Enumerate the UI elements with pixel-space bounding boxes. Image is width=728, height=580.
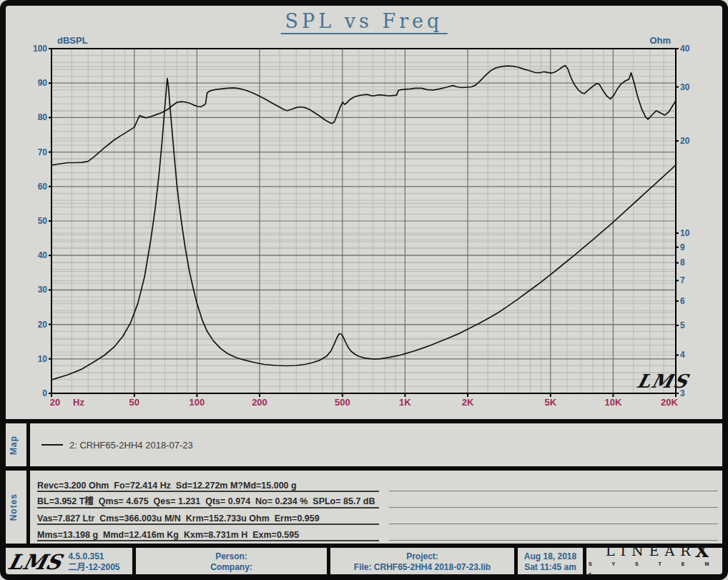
x-tick-label: 100 bbox=[190, 397, 205, 408]
lms-window: SPL vs Freq 20501002005001K2K5K10K20KHz0… bbox=[0, 0, 728, 580]
x-tick-label: 200 bbox=[252, 397, 267, 408]
left-tick-label: 10 bbox=[38, 354, 48, 364]
notes-panel: Notes Revc=3.200 Ohm Fo=72.414 Hz Sd=12.… bbox=[0, 466, 728, 544]
notes-body: Revc=3.200 Ohm Fo=72.414 Hz Sd=12.272m M… bbox=[30, 471, 728, 544]
date-text: Aug 18, 2018 bbox=[524, 551, 576, 562]
legend-item[interactable]: 2: CRHF65-2HH4 2018-07-23 bbox=[69, 440, 193, 451]
app-version-cell: LMS 4.5.0.351 二月-12-2005 bbox=[0, 548, 136, 580]
company-label: Company: bbox=[210, 562, 252, 573]
x-tick-label: 5K bbox=[544, 397, 556, 408]
notes-tab[interactable]: Notes bbox=[0, 471, 30, 544]
right-tick-label: 10 bbox=[680, 228, 690, 238]
x-tick-label: 10K bbox=[604, 397, 621, 408]
x-tick-label: 500 bbox=[335, 397, 350, 408]
notes-rule bbox=[389, 507, 718, 508]
chart-title: SPL vs Freq bbox=[281, 10, 448, 34]
right-tick-label: 20 bbox=[680, 136, 690, 146]
map-tab[interactable]: Map bbox=[0, 423, 30, 466]
right-tick-label: 5 bbox=[680, 320, 685, 330]
left-tick-label: 70 bbox=[38, 147, 48, 157]
notes-rule bbox=[389, 491, 718, 491]
left-tick-label: 0 bbox=[42, 388, 47, 398]
right-tick-label: 9 bbox=[680, 242, 685, 252]
left-tick-label: 40 bbox=[38, 250, 48, 260]
map-tab-label: Map bbox=[9, 436, 19, 455]
curve-impedance bbox=[51, 79, 676, 380]
left-tick-label: 80 bbox=[38, 112, 48, 122]
notes-line: Vas=7.827 Ltr Cms=366.003u M/N Krm=152.7… bbox=[37, 508, 718, 525]
notes-line: Revc=3.200 Ohm Fo=72.414 Hz Sd=12.272m M… bbox=[37, 476, 718, 492]
linearx-logo: LINEARX S Y S T E M S bbox=[586, 548, 728, 580]
right-tick-label: 4 bbox=[680, 350, 685, 360]
map-legend: 2: CRHF65-2HH4 2018-07-23 bbox=[30, 423, 728, 466]
person-company-cell: Person: Company: bbox=[136, 548, 330, 580]
curve-spl bbox=[51, 66, 676, 165]
linearx-wordmark: LINEAR bbox=[606, 544, 697, 558]
left-axis-unit: dBSPL bbox=[57, 35, 88, 46]
status-bar: LMS 4.5.0.351 二月-12-2005 Person: Company… bbox=[0, 544, 728, 580]
lms-watermark: LMS bbox=[635, 370, 692, 392]
x-tick-label: 1K bbox=[399, 397, 411, 408]
chart-panel: SPL vs Freq 20501002005001K2K5K10K20KHz0… bbox=[0, 0, 728, 419]
notes-tab-label: Notes bbox=[9, 493, 19, 521]
notes-rule bbox=[389, 524, 718, 524]
app-build-date: 二月-12-2005 bbox=[68, 562, 119, 573]
right-tick-label: 30 bbox=[680, 82, 690, 92]
map-panel: Map 2: CRHF65-2HH4 2018-07-23 bbox=[0, 419, 728, 466]
x-axis-unit: Hz bbox=[73, 397, 84, 408]
notes-line-text: Mms=13.198 g Mmd=12.416m Kg Kxm=8.731m H… bbox=[37, 530, 379, 541]
left-tick-label: 30 bbox=[38, 285, 48, 295]
notes-line-text: Vas=7.827 Ltr Cms=366.003u M/N Krm=152.7… bbox=[37, 513, 379, 525]
lms-logo: LMS bbox=[6, 552, 64, 572]
right-tick-label: 6 bbox=[680, 296, 685, 306]
right-tick-label: 7 bbox=[680, 275, 685, 285]
notes-line-text: Revc=3.200 Ohm Fo=72.414 Hz Sd=12.272m M… bbox=[37, 481, 379, 492]
notes-line: Mms=13.198 g Mmd=12.416m Kg Kxm=8.731m H… bbox=[37, 525, 718, 541]
left-tick-label: 20 bbox=[38, 320, 48, 330]
left-tick-label: 100 bbox=[33, 44, 47, 54]
project-label: Project: bbox=[406, 551, 438, 562]
datetime-cell: Aug 18, 2018 Sat 11:45 am bbox=[518, 548, 586, 580]
spl-vs-freq-plot[interactable]: 20501002005001K2K5K10K20KHz0102030405060… bbox=[0, 0, 728, 419]
project-file-cell: Project: File: CRHF65-2HH4 2018-07-23.li… bbox=[330, 548, 518, 580]
x-tick-label: 2K bbox=[462, 397, 474, 408]
x-tick-label: 20K bbox=[661, 397, 678, 408]
left-tick-label: 60 bbox=[38, 182, 48, 192]
linearx-x: X bbox=[695, 544, 709, 558]
file-label: File: CRHF65-2HH4 2018-07-23.lib bbox=[354, 562, 491, 573]
notes-rule bbox=[389, 540, 718, 541]
right-tick-label: 40 bbox=[680, 44, 690, 54]
left-tick-label: 50 bbox=[38, 216, 48, 226]
left-tick-label: 90 bbox=[38, 78, 48, 88]
notes-line-text: BL=3.952 T稽 Qms= 4.675 Qes= 1.231 Qts= 0… bbox=[37, 493, 379, 508]
time-text: Sat 11:45 am bbox=[524, 562, 576, 573]
right-tick-label: 8 bbox=[680, 257, 685, 267]
notes-line: BL=3.952 T稽 Qms= 4.675 Qes= 1.231 Qts= 0… bbox=[37, 492, 718, 508]
linearx-systems: S Y S T E M S bbox=[586, 559, 728, 580]
legend-line-swatch bbox=[41, 444, 63, 446]
x-tick-label: 50 bbox=[129, 397, 139, 408]
person-label: Person: bbox=[215, 551, 247, 562]
x-tick-label: 20 bbox=[50, 397, 60, 408]
app-version: 4.5.0.351 bbox=[68, 551, 119, 562]
right-axis-unit: Ohm bbox=[649, 35, 671, 46]
